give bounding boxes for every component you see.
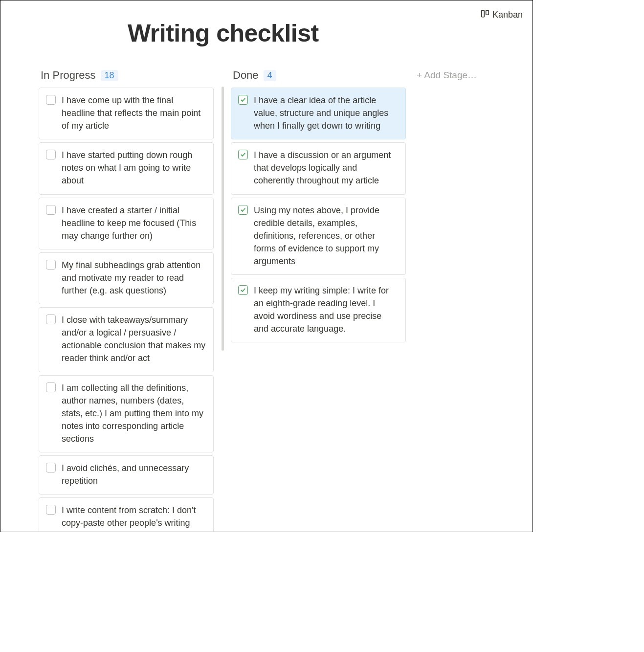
kanban-card[interactable]: I have started putting down rough notes … — [39, 142, 214, 194]
card-text: I keep my writing simple: I write for an… — [254, 284, 399, 335]
cards-done: I have a clear idea of the article value… — [231, 88, 408, 342]
add-stage-label: + Add Stage… — [417, 70, 477, 81]
kanban-card[interactable]: I have a discussion or an argument that … — [231, 142, 406, 194]
column-done: Done 4 I have a clear idea of the articl… — [231, 67, 408, 342]
checkbox-unchecked-icon[interactable] — [46, 150, 56, 159]
card-text: I am collecting all the definitions, aut… — [62, 382, 206, 445]
page-title: Writing checklist — [128, 16, 533, 47]
checkbox-checked-icon[interactable] — [238, 285, 248, 295]
kanban-icon — [481, 9, 489, 21]
count-badge: 18 — [101, 70, 118, 81]
kanban-card[interactable]: I write content from scratch: I don't co… — [39, 497, 214, 532]
kanban-card[interactable]: Using my notes above, I provide credible… — [231, 198, 406, 275]
checkbox-unchecked-icon[interactable] — [46, 95, 56, 105]
checkbox-checked-icon[interactable] — [238, 95, 248, 105]
checkbox-unchecked-icon[interactable] — [46, 205, 56, 215]
card-text: I have a discussion or an argument that … — [254, 149, 399, 187]
view-switch-label: Kanban — [492, 10, 523, 20]
checkbox-unchecked-icon[interactable] — [46, 463, 56, 472]
column-header-in-progress[interactable]: In Progress 18 — [39, 67, 216, 88]
kanban-card[interactable]: I am collecting all the definitions, aut… — [39, 375, 214, 452]
card-text: I close with takeaways/summary and/or a … — [62, 314, 206, 364]
kanban-card[interactable]: I have a clear idea of the article value… — [231, 88, 406, 139]
scrollbar-track[interactable] — [222, 87, 224, 351]
card-text: I have created a starter / initial headl… — [62, 204, 206, 242]
svg-rect-0 — [482, 10, 485, 17]
column-wrap-in-progress: In Progress 18 I have come up with the f… — [39, 67, 224, 532]
add-stage-button[interactable]: + Add Stage… — [415, 67, 503, 84]
checkbox-checked-icon[interactable] — [238, 150, 248, 159]
kanban-card[interactable]: I have come up with the final headline t… — [39, 88, 214, 139]
checkbox-unchecked-icon[interactable] — [46, 505, 56, 515]
cards-in-progress: I have come up with the final headline t… — [39, 88, 216, 532]
kanban-card[interactable]: I keep my writing simple: I write for an… — [231, 278, 406, 342]
card-text: I have started putting down rough notes … — [62, 149, 206, 187]
app-canvas: Kanban Writing checklist In Progress 18 … — [0, 0, 533, 532]
card-text: I avoid clichés, and unnecessary repetit… — [62, 462, 206, 487]
count-badge: 4 — [264, 70, 276, 81]
column-title: In Progress — [41, 69, 96, 82]
card-text: I write content from scratch: I don't co… — [62, 504, 206, 532]
svg-rect-1 — [486, 10, 489, 15]
kanban-card[interactable]: I avoid clichés, and unnecessary repetit… — [39, 455, 214, 495]
kanban-card[interactable]: I close with takeaways/summary and/or a … — [39, 307, 214, 372]
column-in-progress: In Progress 18 I have come up with the f… — [39, 67, 216, 532]
checkbox-checked-icon[interactable] — [238, 205, 248, 215]
column-header-done[interactable]: Done 4 — [231, 67, 408, 88]
kanban-card[interactable]: I have created a starter / initial headl… — [39, 198, 214, 249]
card-text: I have a clear idea of the article value… — [254, 94, 399, 132]
card-text: I have come up with the final headline t… — [62, 94, 206, 132]
column-title: Done — [233, 69, 259, 82]
kanban-card[interactable]: My final subheadings grab attention and … — [39, 252, 214, 304]
card-text: My final subheadings grab attention and … — [62, 259, 206, 297]
checkbox-unchecked-icon[interactable] — [46, 315, 56, 324]
view-switch-kanban[interactable]: Kanban — [481, 9, 523, 21]
checkbox-unchecked-icon[interactable] — [46, 382, 56, 392]
checkbox-unchecked-icon[interactable] — [46, 260, 56, 270]
kanban-board: In Progress 18 I have come up with the f… — [0, 67, 533, 525]
card-text: Using my notes above, I provide credible… — [254, 204, 399, 268]
